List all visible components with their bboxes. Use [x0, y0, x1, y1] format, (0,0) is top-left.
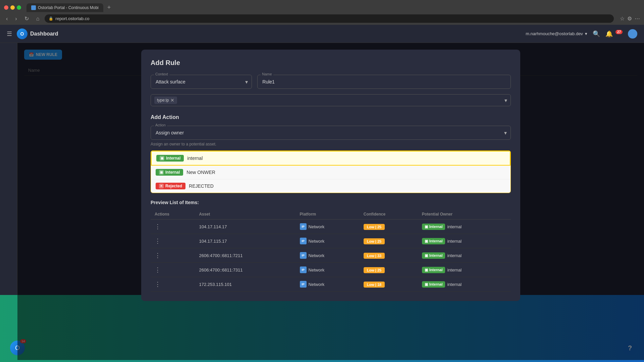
kebab-icon[interactable]: ⋮	[155, 223, 161, 230]
internal-badge-2: ▣ Internal	[156, 169, 183, 176]
context-label: Context	[154, 72, 169, 76]
forward-button[interactable]: ›	[13, 15, 19, 22]
confidence-badge: Low | 25	[364, 267, 385, 273]
actions-cell[interactable]: ⋮	[151, 248, 195, 263]
home-button[interactable]: ⌂	[34, 15, 42, 22]
preview-table: Actions Asset Platform Confidence Potent…	[151, 209, 511, 292]
table-row: ⋮ 2606:4700::6811:7311 IP Network Low | …	[151, 263, 511, 277]
filter-row[interactable]: type:ip ✕ ▾	[151, 94, 511, 106]
asset-cell: 172.253.115.101	[195, 277, 296, 292]
active-tab[interactable]: Ostorlab Portal - Continuous Mobi	[26, 3, 103, 12]
confidence-cell: Low | 25	[360, 220, 418, 234]
user-info[interactable]: m.narhmouche@ostorlab.dev ▾	[526, 31, 587, 36]
platform-name: Network	[309, 282, 325, 287]
platform-icon: IP	[300, 223, 307, 230]
owner-cell-name: internal	[447, 224, 462, 229]
actions-cell[interactable]: ⋮	[151, 220, 195, 234]
action-select-wrapper: Assign owner	[151, 126, 511, 140]
action-select[interactable]: Assign owner	[151, 126, 511, 140]
add-rule-modal: Add Rule Context Attack surface Name	[141, 50, 520, 301]
col-asset: Asset	[195, 209, 296, 220]
hamburger-icon[interactable]: ☰	[7, 30, 12, 38]
platform-cell: IP Network	[296, 248, 360, 263]
kebab-icon[interactable]: ⋮	[155, 238, 161, 244]
settings-icon[interactable]: ⚙	[627, 15, 632, 22]
search-icon[interactable]: 🔍	[593, 30, 600, 38]
kebab-icon[interactable]: ⋮	[155, 281, 161, 288]
owner-name-2: New ONWER	[186, 170, 215, 175]
reload-button[interactable]: ↻	[22, 15, 31, 22]
bell-icon[interactable]: 🔔	[605, 30, 613, 38]
kebab-icon[interactable]: ⋮	[155, 252, 161, 259]
header-right: m.narhmouche@ostorlab.dev ▾ 🔍 🔔 27	[526, 29, 637, 39]
owner-cell-badge: ▣ Internal	[422, 252, 445, 259]
filter-dropdown-arrow-icon[interactable]: ▾	[504, 97, 507, 104]
bookmark-icon[interactable]: ☆	[620, 15, 625, 22]
owner-cell-icon: ▣	[425, 268, 428, 272]
new-tab-button[interactable]: +	[105, 3, 114, 12]
notification-badge: 27	[615, 30, 623, 34]
rejected-badge-label: Rejected	[165, 184, 182, 188]
rejected-badge: ✕ Rejected	[156, 183, 185, 189]
actions-cell[interactable]: ⋮	[151, 234, 195, 248]
maximize-button[interactable]	[17, 5, 21, 10]
main-content: 📅 NEW RULE Name Add Rule Context Attack …	[0, 43, 644, 360]
owner-cell-icon: ▣	[425, 282, 428, 287]
owner-cell-name: internal	[447, 267, 462, 273]
owner-option-rejected[interactable]: ✕ Rejected REJECTED	[151, 179, 511, 193]
page-area: 📅 NEW RULE Name Add Rule Context Attack …	[17, 43, 644, 360]
toolbar-icons: ☆ ⚙ ⋯	[620, 15, 640, 22]
owner-option-internal-1[interactable]: ▣ Internal internal	[151, 151, 511, 166]
url-input[interactable]: 🔒 report.ostorlab.co	[45, 14, 614, 23]
platform-cell: IP Network	[296, 234, 360, 248]
confidence-cell: Low | 25	[360, 234, 418, 248]
tab-favicon	[31, 5, 36, 10]
app-header: ☰ O Dashboard m.narhmouche@ostorlab.dev …	[0, 25, 644, 43]
confidence-badge: Low | 25	[364, 224, 385, 230]
modal-title: Add Rule	[151, 59, 511, 67]
owner-cell-badge: ▣ Internal	[422, 267, 445, 273]
back-button[interactable]: ‹	[4, 15, 10, 22]
platform-name: Network	[309, 239, 325, 244]
col-confidence: Confidence	[360, 209, 418, 220]
action-label: Action	[154, 123, 167, 127]
owner-cell: ▣ Internal internal	[418, 277, 511, 292]
context-select-wrapper: Attack surface	[151, 75, 252, 89]
user-avatar[interactable]	[628, 29, 637, 39]
owner-cell: ▣ Internal internal	[418, 220, 511, 234]
asset-cell: 2606:4700::6811:7211	[195, 248, 296, 263]
confidence-cell: Low | 25	[360, 263, 418, 277]
chevron-down-icon: ▾	[585, 31, 587, 36]
table-row: ⋮ 104.17.114.17 IP Network Low | 25 ▣ In…	[151, 220, 511, 234]
name-input[interactable]	[257, 75, 511, 89]
internal-badge-label-2: Internal	[165, 170, 180, 175]
confidence-badge: Low | 33	[364, 253, 385, 259]
preview-title: Preview List of Items:	[151, 200, 511, 205]
actions-cell[interactable]: ⋮	[151, 263, 195, 277]
more-icon[interactable]: ⋯	[635, 15, 640, 22]
table-row: ⋮ 2606:4700::6811:7211 IP Network Low | …	[151, 248, 511, 263]
asset-cell: 104.17.114.17	[195, 220, 296, 234]
modal-overlay: Add Rule Context Attack surface Name	[17, 43, 644, 360]
kebab-icon[interactable]: ⋮	[155, 266, 161, 273]
platform-name: Network	[309, 224, 325, 229]
owner-option-internal-2[interactable]: ▣ Internal New ONWER	[151, 166, 511, 179]
rejected-icon: ✕	[159, 184, 164, 188]
app-container: ☰ O Dashboard m.narhmouche@ostorlab.dev …	[0, 25, 644, 360]
owner-name-3: REJECTED	[189, 183, 214, 189]
confidence-badge: Low | 18	[364, 282, 385, 288]
confidence-cell: Low | 18	[360, 277, 418, 292]
platform-cell: IP Network	[296, 220, 360, 234]
owner-cell-badge: ▣ Internal	[422, 224, 445, 230]
action-field: Action Assign owner	[151, 126, 511, 140]
close-button[interactable]	[4, 5, 8, 10]
owner-cell-icon: ▣	[425, 225, 428, 229]
context-select[interactable]: Attack surface	[151, 75, 252, 89]
col-platform: Platform	[296, 209, 360, 220]
platform-cell: IP Network	[296, 277, 360, 292]
internal-icon-2: ▣	[159, 170, 164, 175]
minimize-button[interactable]	[10, 5, 15, 10]
col-actions: Actions	[151, 209, 195, 220]
filter-tag-remove[interactable]: ✕	[170, 98, 174, 103]
actions-cell[interactable]: ⋮	[151, 277, 195, 292]
